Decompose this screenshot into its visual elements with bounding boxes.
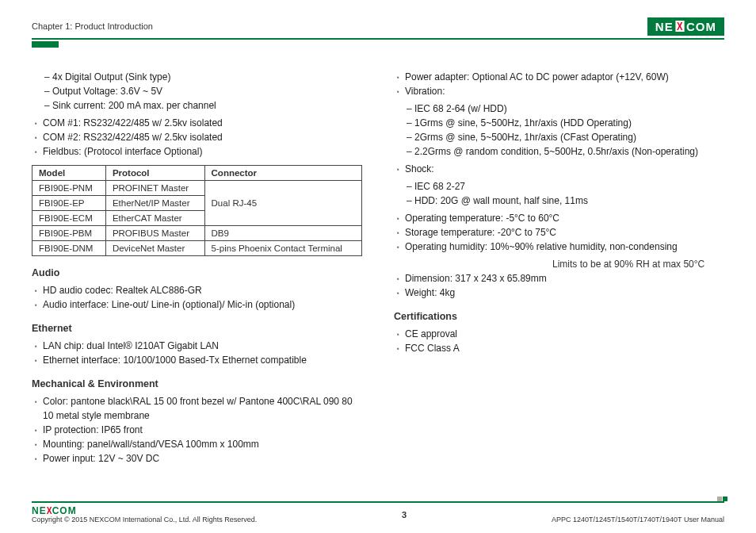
cell-model: FBI90E-DNM	[32, 241, 106, 256]
storage-temp-item: Storage temperature: -20°C to 75°C	[405, 225, 724, 240]
col-connector: Connector	[204, 166, 361, 181]
com2-item: COM #2: RS232/422/485 w/ 2.5kv isolated	[43, 130, 362, 144]
vibration-sub-item: 2.2Grms @ random condition, 5~500Hz, 0.5…	[414, 144, 724, 159]
footer-logo: NE X COM	[32, 505, 257, 516]
cell-protocol: PROFINET Master	[105, 181, 204, 196]
ethernet-heading: Ethernet	[32, 323, 362, 334]
vibration-sub-item: 1Grms @ sine, 5~500Hz, 1hr/axis (HDD Ope…	[414, 116, 724, 130]
manual-title: APPC 1240T/1245T/1540T/1740T/1940T User …	[552, 516, 724, 523]
page-number: 3	[402, 510, 407, 520]
vibration-item: Vibration:	[405, 84, 724, 98]
humidity-note: Limits to be at 90% RH at max 50°C	[394, 257, 724, 271]
footer-logo-left: NE	[32, 505, 47, 516]
footer-mark-icon	[717, 497, 727, 501]
cell-connector: 5-pins Phoenix Contact Terminal	[204, 241, 361, 256]
sink-current-item: Sink current: 200 mA max. per channel	[52, 98, 362, 113]
dimension-item: Dimension: 317 x 243 x 65.89mm	[405, 271, 724, 286]
vibration-sub-item: IEC 68 2-64 (w/ HDD)	[414, 102, 724, 116]
vibration-sub-item: 2Grms @ sine, 5~500Hz, 1hr/axis (CFast O…	[414, 130, 724, 144]
side-tab-icon	[32, 41, 59, 48]
logo-x-icon: X	[675, 21, 684, 32]
cell-protocol: EtherCAT Master	[105, 211, 204, 226]
audio-interface-item: Audio interface: Line-out/ Line-in (opti…	[43, 297, 362, 312]
cell-protocol: DeviceNet Master	[105, 241, 204, 256]
col-model: Model	[32, 166, 106, 181]
right-column: Power adapter: Optional AC to DC power a…	[394, 70, 724, 469]
fieldbus-item: Fieldbus: (Protocol interface Optional)	[43, 144, 362, 159]
cell-protocol: EtherNet/IP Master	[105, 196, 204, 211]
weight-item: Weight: 4kg	[405, 286, 724, 300]
cell-model: FBI90E-EP	[32, 196, 106, 211]
eth-interface-item: Ethernet interface: 10/100/1000 Based-Tx…	[43, 353, 362, 367]
fieldbus-table: Model Protocol Connector FBI90E-PNM PROF…	[32, 165, 362, 256]
cell-connector-group: Dual RJ-45	[204, 181, 361, 226]
page-footer: NE X COM Copyright © 2015 NEXCOM Interna…	[32, 501, 724, 523]
operating-temp-item: Operating temperature: -5°C to 60°C	[405, 211, 724, 225]
cell-connector: DB9	[204, 226, 361, 241]
lan-chip-item: LAN chip: dual Intel® I210AT Gigabit LAN	[43, 339, 362, 353]
footer-divider	[32, 501, 724, 503]
cell-model: FBI90E-PNM	[32, 181, 106, 196]
header-divider	[32, 38, 724, 40]
power-input-item: Power input: 12V ~ 30V DC	[43, 451, 362, 466]
mounting-item: Mounting: panel/wall/stand/VESA 100mm x …	[43, 437, 362, 451]
footer-logo-x-icon: X	[46, 505, 52, 516]
cell-protocol: PROFIBUS Master	[105, 226, 204, 241]
nexcom-logo: NE X COM	[647, 17, 724, 36]
footer-logo-right: COM	[52, 505, 77, 516]
shock-sub-item: IEC 68 2-27	[414, 179, 724, 194]
color-item: Color: pantone black\RAL 15 00 front bez…	[43, 394, 362, 423]
chapter-title: Chapter 1: Product Introduction	[32, 21, 153, 31]
logo-text-left: NE	[655, 20, 674, 33]
certifications-heading: Certifications	[394, 311, 724, 322]
digital-output-item: 4x Digital Output (Sink type)	[52, 70, 362, 84]
shock-item: Shock:	[405, 162, 724, 176]
copyright-text: Copyright © 2015 NEXCOM International Co…	[32, 516, 257, 523]
left-column: 4x Digital Output (Sink type) Output Vol…	[32, 70, 362, 469]
humidity-item: Operating humidity: 10%~90% relative hum…	[405, 240, 724, 254]
audio-heading: Audio	[32, 267, 362, 278]
cert-ce-item: CE approval	[405, 327, 724, 341]
cell-model: FBI90E-ECM	[32, 211, 106, 226]
col-protocol: Protocol	[105, 166, 204, 181]
output-voltage-item: Output Voltage: 3.6V ~ 5V	[52, 84, 362, 98]
cert-fcc-item: FCC Class A	[405, 341, 724, 355]
power-adapter-item: Power adapter: Optional AC to DC power a…	[405, 70, 724, 84]
cell-model: FBI90E-PBM	[32, 226, 106, 241]
mechanical-heading: Mechanical & Environment	[32, 378, 362, 389]
logo-text-right: COM	[686, 20, 716, 33]
audio-codec-item: HD audio codec: Realtek ALC886-GR	[43, 283, 362, 297]
com1-item: COM #1: RS232/422/485 w/ 2.5kv isolated	[43, 116, 362, 130]
shock-sub-item: HDD: 20G @ wall mount, half sine, 11ms	[414, 194, 724, 208]
ip-protection-item: IP protection: IP65 front	[43, 423, 362, 437]
